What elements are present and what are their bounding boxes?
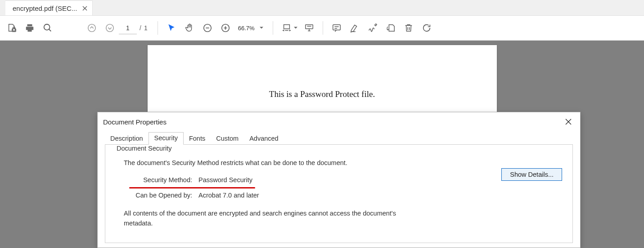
read-mode-icon[interactable] xyxy=(300,19,318,37)
svg-point-2 xyxy=(44,24,50,30)
search-icon[interactable] xyxy=(39,19,57,37)
dialog-titlebar: Document Properties xyxy=(98,112,580,131)
delete-icon[interactable] xyxy=(400,19,418,37)
page-text: This is a Password Protect file. xyxy=(148,89,497,99)
tab-fonts[interactable]: Fonts xyxy=(184,133,211,145)
document-security-fieldset: Document Security The document's Securit… xyxy=(111,149,567,240)
tab-advanced[interactable]: Advanced xyxy=(244,133,284,145)
print-icon[interactable] xyxy=(21,19,39,37)
opened-by-value: Acrobat 7.0 and later xyxy=(198,192,259,199)
next-page-icon[interactable] xyxy=(101,19,119,37)
tab-description[interactable]: Description xyxy=(105,133,149,145)
fit-width-icon[interactable] xyxy=(278,19,296,37)
close-tab-icon[interactable] xyxy=(81,5,88,11)
svg-point-4 xyxy=(106,24,114,32)
highlight-icon[interactable] xyxy=(346,19,364,37)
show-details-button[interactable]: Show Details... xyxy=(501,168,562,181)
svg-point-3 xyxy=(88,24,96,32)
toolbar: / 1 66.7% xyxy=(0,16,644,41)
page-number-input[interactable] xyxy=(119,22,137,34)
page-count: 1 xyxy=(144,24,148,32)
chevron-down-icon xyxy=(258,25,265,31)
dialog-title-text: Document Properties xyxy=(103,118,167,126)
divider xyxy=(273,21,273,35)
fieldset-legend: Document Security xyxy=(114,145,175,152)
divider xyxy=(158,21,158,35)
zoom-in-icon[interactable] xyxy=(216,19,234,37)
page-separator: / xyxy=(140,24,141,32)
security-method-value: Password Security xyxy=(198,176,252,184)
opened-by-label: Can be Opened by: xyxy=(134,192,192,199)
security-method-row: Security Method: Password Security xyxy=(124,176,558,184)
opened-by-row: Can be Opened by: Acrobat 7.0 and later xyxy=(124,192,558,199)
document-tab[interactable]: encrypted.pdf (SEC... xyxy=(5,0,93,15)
save-locked-icon[interactable] xyxy=(3,19,21,37)
document-properties-dialog: Document Properties Description Security… xyxy=(97,112,581,248)
rotate-view-icon[interactable] xyxy=(418,19,436,37)
tab-bar: encrypted.pdf (SEC... xyxy=(0,0,644,16)
tab-custom[interactable]: Custom xyxy=(211,133,244,145)
annotation-underline xyxy=(129,187,255,188)
security-intro-text: The document's Security Method restricts… xyxy=(124,159,558,166)
comment-icon[interactable] xyxy=(328,19,346,37)
select-tool-icon[interactable] xyxy=(162,19,180,37)
chevron-down-icon[interactable] xyxy=(294,26,297,30)
svg-rect-7 xyxy=(284,25,289,29)
rotate-page-icon[interactable] xyxy=(382,19,400,37)
tab-title: encrypted.pdf (SEC... xyxy=(13,5,77,12)
close-dialog-icon[interactable] xyxy=(562,115,575,128)
svg-rect-8 xyxy=(305,25,313,29)
sign-icon[interactable] xyxy=(364,19,382,37)
svg-rect-9 xyxy=(333,25,340,30)
prev-page-icon[interactable] xyxy=(83,19,101,37)
tab-security[interactable]: Security xyxy=(149,132,184,145)
dialog-tabs: Description Security Fonts Custom Advanc… xyxy=(98,131,580,145)
hand-tool-icon[interactable] xyxy=(180,19,198,37)
encryption-note: All contents of the document are encrypt… xyxy=(124,209,412,229)
zoom-out-icon[interactable] xyxy=(198,19,216,37)
security-method-label: Security Method: xyxy=(134,176,192,184)
zoom-level-display[interactable]: 66.7% xyxy=(234,23,268,33)
divider xyxy=(323,21,323,35)
zoom-value: 66.7% xyxy=(238,25,255,32)
